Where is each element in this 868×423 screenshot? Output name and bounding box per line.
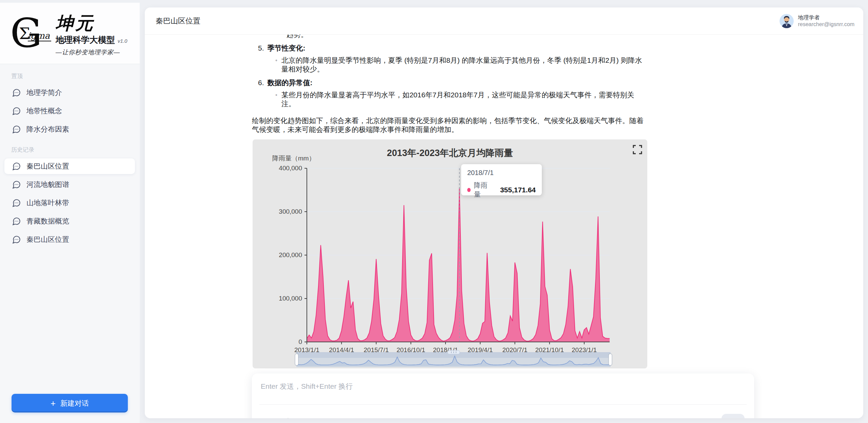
avatar (780, 14, 794, 28)
svg-text:400,000: 400,000 (279, 165, 302, 172)
list-item-heading: 5.季节性变化: (252, 44, 648, 53)
datazoom-handle[interactable] (295, 354, 298, 365)
composer (252, 373, 754, 418)
sidebar-section-label: 置顶 (0, 66, 140, 82)
series-dot-icon (467, 188, 471, 192)
rainfall-chart-panel: 2013年-2023年北京月均降雨量 0100,000200,000300,00… (253, 139, 647, 368)
sidebar-item-label: 青藏数据概览 (26, 216, 69, 226)
brand-title: 地理科学大模型 (56, 34, 115, 45)
video-icon[interactable] (316, 418, 327, 418)
chart-tooltip: 2018/7/1 降雨量 355,171.64 (461, 164, 542, 195)
chat-bubble-icon (12, 198, 21, 208)
sidebar-item-1-3[interactable]: 青藏数据概览 (4, 213, 135, 229)
send-button[interactable] (722, 414, 745, 418)
svg-text:降雨量（mm）: 降雨量（mm） (272, 155, 315, 162)
list-item-heading: 6.数据的异常值: (252, 78, 648, 87)
chat-bubble-icon (12, 107, 21, 116)
chat-bubble-icon (12, 88, 21, 97)
sidebar-item-label: 山地落叶林带 (26, 198, 69, 208)
sidebar-item-1-4[interactable]: 秦巴山区位置 (4, 232, 135, 247)
microphone-icon[interactable] (299, 418, 309, 418)
brand-logo-block: G Σ igma 坤元 地理科学大模型 v1.0 —让你秒变地理学家— (0, 3, 140, 64)
sidebar-item-label: 河流地貌图谱 (26, 180, 69, 189)
user-email: researcher@igsnrr.com (798, 21, 854, 28)
chat-scroll-area[interactable]: 趋势。 5.季节性变化:◦北京的降水量明显受季节性影响，夏季 (特别是7月和8月… (145, 35, 863, 418)
sidebar: G Σ igma 坤元 地理科学大模型 v1.0 —让你秒变地理学家— 置顶地理… (0, 3, 140, 423)
rainfall-area-chart[interactable]: 0100,000200,000300,000400,000降雨量（mm）2013… (253, 139, 647, 368)
chat-bubble-icon (12, 235, 21, 244)
assistant-message: 趋势。 5.季节性变化:◦北京的降水量明显受季节性影响，夏季 (特别是7月和8月… (252, 35, 648, 368)
svg-text:300,000: 300,000 (279, 208, 302, 215)
sidebar-divider (0, 64, 140, 64)
sidebar-item-1-2[interactable]: 山地落叶林带 (4, 195, 135, 211)
datazoom-handle[interactable] (609, 354, 612, 365)
brand-calligraphy: 坤元 (56, 13, 127, 33)
chat-header: 秦巴山区位置 地理学者 researcher@igsnrr.com (145, 7, 863, 35)
sidebar-item-label: 地理学简介 (26, 88, 62, 97)
tooltip-value: 355,171.64 (500, 186, 536, 194)
svg-text:100,000: 100,000 (279, 295, 302, 302)
composer-divider (259, 404, 747, 405)
sidebar-item-1-1[interactable]: 河流地貌图谱 (4, 177, 135, 192)
attachment-icon[interactable] (281, 418, 292, 418)
logo-script: igma (28, 31, 51, 41)
image-icon[interactable] (263, 418, 274, 418)
plus-icon: + (51, 399, 56, 408)
user-name: 地理学者 (798, 14, 854, 21)
tooltip-series: 降雨量 (474, 181, 491, 199)
new-chat-label: 新建对话 (60, 399, 89, 408)
chat-title: 秦巴山区位置 (156, 16, 200, 26)
sidebar-item-label: 秦巴山区位置 (26, 161, 69, 171)
user-profile[interactable]: 地理学者 researcher@igsnrr.com (780, 14, 854, 28)
sidebar-item-label: 地带性概念 (26, 106, 62, 116)
sidebar-item-label: 秦巴山区位置 (26, 235, 69, 244)
message-paragraph: 绘制的变化趋势图如下，综合来看，北京的降雨量变化受到多种因素的影响，包括季节变化… (252, 116, 648, 134)
chat-bubble-icon (12, 125, 21, 134)
sidebar-item-0-0[interactable]: 地理学简介 (4, 85, 135, 100)
sidebar-item-0-2[interactable]: 降水分布因素 (4, 121, 135, 137)
brand-tagline: —让你秒变地理学家— (56, 48, 127, 56)
sidebar-item-label: 降水分布因素 (26, 124, 69, 134)
chat-bubble-icon (12, 217, 21, 226)
message-input[interactable] (260, 381, 746, 402)
list-item-bullet: ◦某些月份的降水量显著高于平均水平，如2016年7月和2018年7月，这些可能是… (252, 91, 648, 108)
sigma-g-logo-icon: G Σ igma (10, 13, 51, 56)
new-chat-button[interactable]: + 新建对话 (12, 394, 128, 412)
numbered-list: 5.季节性变化:◦北京的降水量明显受季节性影响，夏季 (特别是7月和8月) 的降… (252, 44, 648, 108)
chat-panel: 秦巴山区位置 地理学者 researcher@igsnrr.com 趋 (145, 7, 863, 418)
sidebar-item-1-0[interactable]: 秦巴山区位置 (4, 158, 135, 174)
svg-text:0: 0 (298, 338, 302, 345)
brand-version: v1.0 (118, 38, 127, 44)
sidebar-sections: 置顶地理学简介地带性概念降水分布因素历史记录秦巴山区位置河流地貌图谱山地落叶林带… (0, 66, 140, 247)
sidebar-item-0-1[interactable]: 地带性概念 (4, 103, 135, 119)
svg-text:200,000: 200,000 (279, 251, 302, 258)
sidebar-section-label: 历史记录 (0, 140, 140, 156)
clipped-text-line: 趋势。 (287, 35, 648, 39)
list-item-bullet: ◦北京的降水量明显受季节性影响，夏季 (特别是7月和8月) 的降水量远高于其他月… (252, 56, 648, 74)
chat-bubble-icon (12, 162, 21, 171)
chat-bubble-icon (12, 180, 21, 189)
tooltip-date: 2018/7/1 (467, 169, 536, 177)
